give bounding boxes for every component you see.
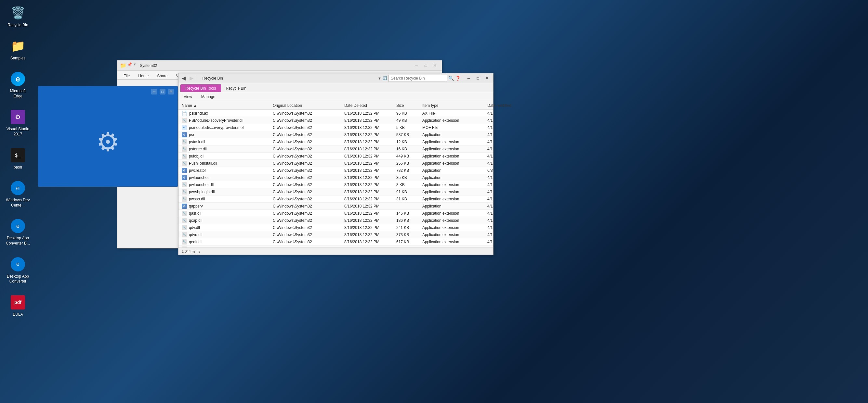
file-name: psmodulediscoveryprovider.mof — [189, 125, 244, 130]
table-row[interactable]: 🔧 PushToInstall.dll C:\Windows\System32 … — [179, 160, 493, 167]
rb-maximize-button[interactable]: □ — [474, 75, 482, 81]
recycle-bin-icon: 🗑️ — [10, 5, 26, 21]
desktop-icon-vs[interactable]: ⚙ Visual Studio 2017 — [3, 107, 32, 139]
desktop-icon-deskapp2[interactable]: e Desktop App Converter — [3, 255, 32, 286]
file-name: psr — [189, 133, 194, 137]
table-row[interactable]: 🔧 pstorec.dll C:\Windows\System32 8/16/2… — [179, 145, 493, 153]
file-type: AX File — [420, 111, 485, 115]
col-name[interactable]: Name ▲ — [180, 103, 271, 108]
table-row[interactable]: 🔧 qasf.dll C:\Windows\System32 8/16/2018… — [179, 210, 493, 217]
table-row[interactable]: ⚙ psr C:\Windows\System32 8/16/2018 12:3… — [179, 131, 493, 138]
dll-icon: 🔧 — [182, 239, 187, 244]
file-name-cell: 🔧 puiobj.dll — [180, 154, 271, 159]
file-name: PSModuleDiscoveryProvider.dll — [189, 118, 243, 123]
tab-recycle-bin[interactable]: Recycle Bin — [221, 85, 251, 92]
file-name-cell: 🔧 qdv.dll — [180, 225, 271, 230]
desktop-icon-samples[interactable]: 📁 Samples — [3, 36, 32, 63]
folder-icon: 📁 — [120, 62, 126, 69]
file-name: pwlauncher.dll — [189, 182, 214, 187]
table-row[interactable]: 🔧 qcap.dll C:\Windows\System32 8/16/2018… — [179, 217, 493, 224]
table-row[interactable]: 🔧 pwrshplugin.dll C:\Windows\System32 8/… — [179, 188, 493, 196]
rb-minimize-button[interactable]: ─ — [465, 75, 473, 81]
help-button[interactable]: ❓ — [455, 76, 461, 81]
file-type: Application — [420, 175, 485, 180]
ribbon-manage-button[interactable]: Manage — [199, 94, 217, 100]
table-row[interactable]: 🔧 qdvd.dll C:\Windows\System32 8/16/2018… — [179, 231, 493, 238]
table-row[interactable]: 🔧 pwlauncher.dll C:\Windows\System32 8/1… — [179, 181, 493, 188]
table-row[interactable]: 🔧 puiobj.dll C:\Windows\System32 8/16/20… — [179, 153, 493, 160]
system32-maximize-button[interactable]: □ — [422, 62, 430, 69]
table-row[interactable]: 📄 psisrndr.ax C:\Windows\System32 8/16/2… — [179, 110, 493, 117]
file-name-cell: ⚙ qappsrv — [180, 204, 271, 209]
table-row[interactable]: 🔧 qdv.dll C:\Windows\System32 8/16/2018 … — [179, 224, 493, 231]
dll-icon: 🔧 — [182, 182, 187, 188]
desktop-icon-deskapp1[interactable]: e Desktop App Converter B... — [3, 216, 32, 248]
file-name: qasf.dll — [189, 211, 201, 215]
desktop-icon-bash[interactable]: $_ bash — [3, 145, 32, 172]
desktop-icon-recycle-bin[interactable]: 🗑️ Recycle Bin — [3, 3, 32, 30]
file-type: Application extension — [420, 225, 485, 230]
file-name: qcap.dll — [189, 218, 202, 223]
file-size: 16 KB — [394, 147, 420, 151]
col-date-deleted[interactable]: Date Deleted — [342, 103, 394, 108]
file-date-deleted: 8/16/2018 12:32 PM — [342, 197, 394, 201]
forward-button[interactable]: ▶ — [188, 74, 195, 82]
title-bar-search: ▼ 🔄 🔍 ❓ — [378, 75, 461, 82]
tab-recycle-bin-tools[interactable]: Recycle Bin Tools — [180, 85, 221, 92]
desktop-icon-edge[interactable]: e Microsoft Edge — [3, 69, 32, 101]
file-location: C:\Windows\System32 — [271, 111, 342, 115]
search-input[interactable] — [389, 75, 447, 82]
table-row[interactable]: 🔧 PSModuleDiscoveryProvider.dll C:\Windo… — [179, 117, 493, 124]
back-button[interactable]: ◀ — [180, 74, 187, 82]
dll-icon: 🔧 — [182, 189, 187, 195]
file-date-modified: 4/11/2018 4:34 PM — [485, 240, 493, 244]
loading-close-button[interactable]: ✕ — [168, 89, 174, 95]
table-row[interactable]: ⚙ pwcreator C:\Windows\System32 8/16/201… — [179, 167, 493, 174]
file-date-modified: 4/11/2018 4:34 PM — [485, 154, 493, 159]
column-headers: Name ▲ Original Location Date Deleted Si… — [179, 101, 493, 110]
col-location[interactable]: Original Location — [271, 103, 342, 108]
table-row[interactable]: ⚙ pwlauncher C:\Windows\System32 8/16/20… — [179, 174, 493, 181]
col-size[interactable]: Size — [394, 103, 420, 108]
desktop-icon-eula[interactable]: pdf EULA — [3, 293, 32, 319]
table-row[interactable]: ⚙ qappsrv C:\Windows\System32 8/16/2018 … — [179, 203, 493, 210]
deskapp2-label: Desktop App Converter — [5, 274, 31, 284]
menu-tab-file[interactable]: File — [119, 72, 134, 79]
table-row[interactable]: 🔧 pstask.dll C:\Windows\System32 8/16/20… — [179, 138, 493, 145]
file-type: Application extension — [420, 161, 485, 166]
loading-maximize-button[interactable]: □ — [160, 89, 165, 95]
col-date-modified[interactable]: Date modified — [485, 103, 537, 108]
file-location: C:\Windows\System32 — [271, 218, 342, 223]
system32-close-button[interactable]: ✕ — [431, 62, 439, 69]
file-name: puiobj.dll — [189, 154, 204, 159]
table-row[interactable]: M psmodulediscoveryprovider.mof C:\Windo… — [179, 124, 493, 131]
file-type: Application — [420, 168, 485, 173]
file-date-modified: 4/11/2018 4:34 PM — [485, 118, 493, 123]
samples-folder-icon: 📁 — [10, 38, 26, 54]
menu-tab-share[interactable]: Share — [153, 72, 172, 79]
deskapp2-icon: e — [10, 257, 26, 272]
file-location: C:\Windows\System32 — [271, 168, 342, 173]
table-row[interactable]: 🔧 pwsso.dll C:\Windows\System32 8/16/201… — [179, 196, 493, 203]
file-location: C:\Windows\System32 — [271, 240, 342, 244]
table-row[interactable]: 🔧 qedit.dll C:\Windows\System32 8/16/201… — [179, 238, 493, 245]
file-date-deleted: 8/16/2018 12:32 PM — [342, 240, 394, 244]
rb-close-button[interactable]: ✕ — [483, 75, 491, 81]
file-date-modified: 4/12/2018 2:19 AM — [485, 204, 493, 208]
file-list: 📄 psisrndr.ax C:\Windows\System32 8/16/2… — [179, 110, 493, 247]
bash-icon: $_ — [10, 147, 26, 163]
samples-label: Samples — [10, 56, 26, 61]
file-type: Application extension — [420, 240, 485, 244]
menu-tab-home[interactable]: Home — [134, 72, 153, 79]
ribbon-view-button[interactable]: View — [182, 94, 194, 100]
desktop-icon-windev[interactable]: e Windows Dev Cente... — [3, 178, 32, 210]
col-type[interactable]: Item type — [420, 103, 485, 108]
file-date-deleted: 8/16/2018 12:32 PM — [342, 161, 394, 166]
file-date-deleted: 8/16/2018 12:32 PM — [342, 154, 394, 159]
file-location: C:\Windows\System32 — [271, 133, 342, 137]
window-controls: ─ □ ✕ — [465, 75, 491, 81]
file-date-modified: 4/11/2018 4:34 PM — [485, 175, 493, 180]
search-button[interactable]: 🔍 — [448, 76, 454, 81]
loading-minimize-button[interactable]: ─ — [151, 89, 157, 95]
system32-minimize-button[interactable]: ─ — [412, 62, 421, 69]
